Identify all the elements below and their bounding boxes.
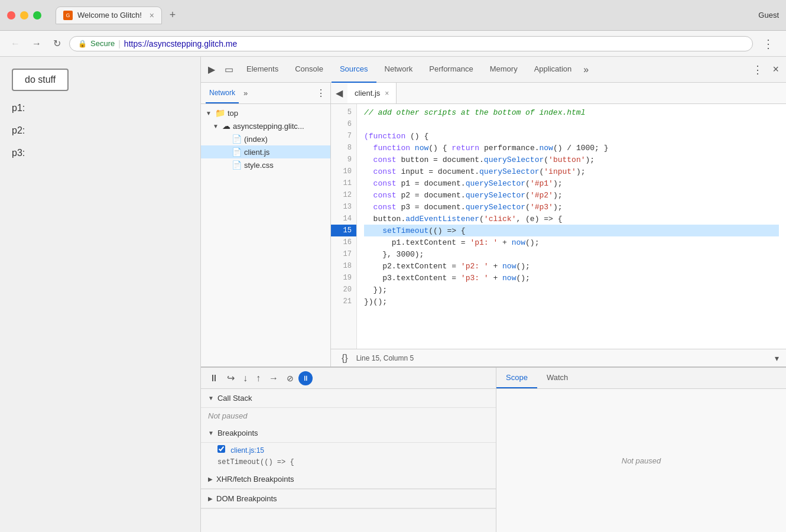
do-stuff-button[interactable]: do stuff — [12, 69, 69, 91]
file-tree-panel: Network » ⋮ ▼ 📁 top ▼ ☁ asyncstepp — [201, 83, 331, 366]
file-yellow-icon: 📄 — [232, 147, 242, 157]
browser-content: do stuff p1: p2: p3: — [0, 57, 201, 532]
reload-button[interactable]: ↻ — [50, 35, 64, 51]
url-separator: | — [118, 39, 121, 48]
ln-14: 14 — [331, 213, 356, 225]
ln-6: 6 — [331, 118, 356, 130]
code-line-15: setTimeout(() => { — [364, 225, 779, 236]
tab-application[interactable]: Application — [526, 57, 580, 83]
file-tree-header: Network » ⋮ — [201, 83, 330, 104]
devtools-settings-button[interactable]: ⋮ — [748, 60, 768, 80]
deactivate-breakpoints-button[interactable]: ⊘ — [283, 371, 297, 385]
tree-item-asyncstepping[interactable]: ▼ ☁ asyncstepping.glitc... — [201, 119, 330, 132]
navbar: ← → ↻ 🔒 Secure | https://asyncstepping.g… — [0, 31, 786, 57]
code-line-8: function now() { return performance.now(… — [364, 142, 779, 154]
code-editor[interactable]: 5 6 7 8 9 10 11 12 13 14 15 16 1 — [331, 104, 786, 349]
browser-tab[interactable]: G Welcome to Glitch! × — [56, 7, 162, 24]
code-line-21: })(); — [364, 296, 779, 307]
tree-arrow-top: ▼ — [206, 110, 213, 116]
ln-12: 12 — [331, 189, 356, 201]
tab-elements[interactable]: Elements — [238, 57, 287, 83]
ln-20: 20 — [331, 284, 356, 296]
scope-tab[interactable]: Scope — [496, 368, 537, 388]
breakpoint-checkbox[interactable] — [217, 445, 225, 453]
ln-21: 21 — [331, 296, 356, 307]
debug-toolbar: ⏸ ↪ ↓ ↑ → ⊘ ⏸ — [201, 368, 496, 389]
step-into-button[interactable]: ↓ — [239, 371, 251, 386]
tree-label-async: asyncstepping.glitc... — [233, 122, 304, 131]
step-over-button[interactable]: ↪ — [223, 370, 238, 386]
step-button[interactable]: → — [265, 371, 282, 386]
maximize-traffic-light[interactable] — [33, 11, 41, 20]
tab-sources[interactable]: Sources — [332, 57, 376, 83]
tree-arrow-async: ▼ — [213, 123, 220, 129]
address-bar[interactable]: 🔒 Secure | https://asyncstepping.glitch.… — [69, 36, 753, 51]
tab-memory[interactable]: Memory — [482, 57, 526, 83]
dom-breakpoints-header[interactable]: ▶ DOM Breakpoints — [201, 489, 496, 508]
breakpoint-file: client.js:15 — [230, 446, 264, 455]
debug-panel: ⏸ ↪ ↓ ↑ → ⊘ ⏸ ▼ Call Stack Not paused — [201, 366, 786, 532]
back-button[interactable]: ← — [7, 36, 24, 51]
step-out-button[interactable]: ↑ — [252, 371, 264, 386]
debug-controls: ⏸ ↪ ↓ ↑ → ⊘ ⏸ ▼ Call Stack Not paused — [201, 368, 496, 532]
line-numbers: 5 6 7 8 9 10 11 12 13 14 15 16 1 — [331, 104, 357, 349]
file-tree-network-tab[interactable]: Network — [206, 83, 239, 103]
close-traffic-light[interactable] — [7, 11, 15, 20]
pause-resume-button[interactable]: ⏸ — [206, 371, 222, 386]
ln-13: 13 — [331, 201, 356, 213]
devtools-close-button[interactable]: × — [768, 60, 784, 79]
url-text: https://asyncstepping.glitch.me — [124, 39, 237, 48]
tab-performance[interactable]: Performance — [421, 57, 481, 83]
devtools-more-tabs-button[interactable]: » — [580, 57, 592, 83]
call-stack-arrow: ▼ — [208, 395, 214, 401]
code-line-19: p3.textContent = 'p3: ' + now(); — [364, 272, 779, 284]
tree-label-stylecss: style.css — [244, 161, 274, 170]
p3-label: p3: — [12, 148, 189, 158]
watch-tab[interactable]: Watch — [537, 368, 577, 388]
call-stack-header[interactable]: ▼ Call Stack — [201, 389, 496, 408]
format-button[interactable]: {} — [338, 352, 352, 365]
tree-item-index[interactable]: ▶ 📄 (index) — [201, 132, 330, 145]
file-tree-options-button[interactable]: ⋮ — [316, 87, 326, 99]
tree-item-clientjs[interactable]: ▶ 📄 client.js — [201, 145, 330, 158]
file-tree-more-button[interactable]: » — [243, 89, 248, 98]
call-stack-content: Not paused — [201, 408, 496, 424]
code-content[interactable]: // add other scripts at the bottom of in… — [357, 104, 786, 349]
sources-layout: Network » ⋮ ▼ 📁 top ▼ ☁ asyncstepp — [201, 83, 786, 366]
code-tabs: ◀ client.js × — [331, 83, 786, 104]
code-tab-clientjs[interactable]: client.js × — [347, 83, 397, 103]
code-panel: ◀ client.js × 5 6 7 8 9 10 — [331, 83, 786, 366]
traffic-lights — [7, 11, 41, 20]
code-tab-close-icon[interactable]: × — [385, 89, 389, 98]
tab-close-icon[interactable]: × — [150, 11, 154, 20]
devtools-device-icon[interactable]: ▭ — [220, 60, 238, 79]
code-nav-back-button[interactable]: ◀ — [331, 84, 347, 102]
file-purple-icon: 📄 — [232, 160, 242, 170]
xhr-breakpoints-header[interactable]: ▶ XHR/fetch Breakpoints — [201, 470, 496, 489]
tree-item-stylecss[interactable]: ▶ 📄 style.css — [201, 158, 330, 171]
scope-status: Not paused — [622, 456, 661, 465]
pause-on-exceptions-button[interactable]: ⏸ — [298, 371, 313, 385]
forward-button[interactable]: → — [28, 36, 45, 51]
code-line-20: }); — [364, 284, 779, 296]
ln-19: 19 — [331, 272, 356, 284]
dom-section: ▶ DOM Breakpoints — [201, 489, 496, 509]
browser-menu-button[interactable]: ⋮ — [758, 34, 779, 53]
new-tab-button[interactable]: + — [164, 7, 181, 24]
statusbar-dropdown-button[interactable]: ▾ — [775, 353, 779, 363]
p1-label: p1: — [12, 103, 189, 113]
tree-item-top[interactable]: ▼ 📁 top — [201, 106, 330, 119]
call-stack-label: Call Stack — [217, 394, 252, 403]
devtools-select-icon[interactable]: ▶ — [203, 60, 220, 79]
devtools-topbar: ▶ ▭ Elements Console Sources Network Per… — [201, 57, 786, 83]
code-line-18: p2.textContent = 'p2: ' + now(); — [364, 260, 779, 272]
minimize-traffic-light[interactable] — [20, 11, 28, 20]
tab-console[interactable]: Console — [287, 57, 332, 83]
breakpoints-label: Breakpoints — [217, 429, 258, 437]
secure-text: Secure — [90, 39, 115, 48]
tab-network[interactable]: Network — [376, 57, 421, 83]
breakpoints-header[interactable]: ▼ Breakpoints — [201, 424, 496, 443]
xhr-section: ▶ XHR/fetch Breakpoints — [201, 470, 496, 489]
p2-label: p2: — [12, 125, 189, 136]
ln-17: 17 — [331, 248, 356, 260]
